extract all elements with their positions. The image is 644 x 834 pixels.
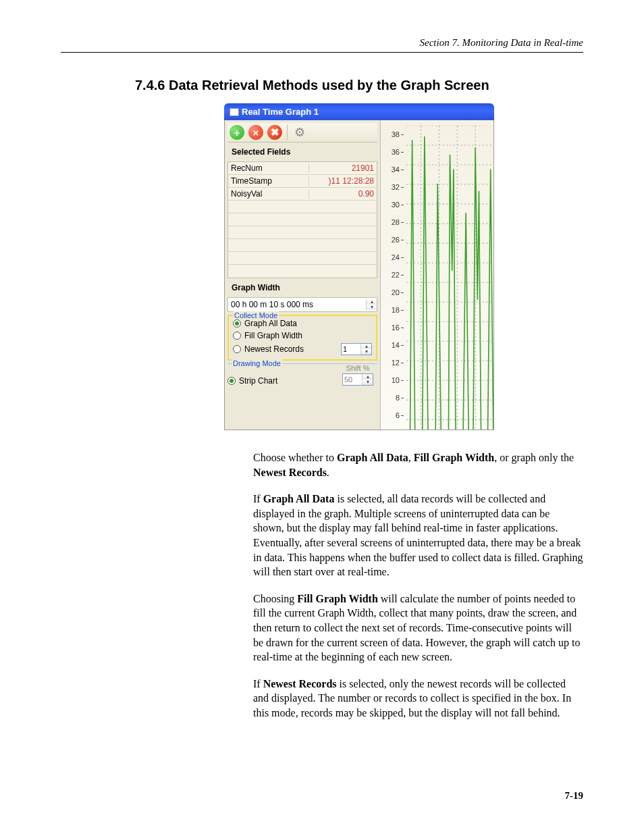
paragraph-4: If Newest Records is selected, only the … [253, 677, 583, 721]
paragraph-1: Choose whether to Graph All Data, Fill G… [253, 450, 583, 479]
add-icon[interactable]: + [229, 124, 245, 140]
radio-newest-label: Newest Records [244, 344, 304, 354]
radio-fill-width[interactable] [233, 332, 241, 340]
body-text: Choose whether to Graph All Data, Fill G… [253, 450, 583, 721]
page-header: Section 7. Monitoring Data in Real-time [61, 37, 583, 53]
paragraph-2: If Graph All Data is selected, all data … [253, 492, 583, 579]
section-heading: 7.4.6 Data Retrieval Methods used by the… [135, 78, 583, 93]
field-row[interactable]: TimeStamp)11 12:28:28 [228, 175, 377, 188]
toolbar-separator [287, 125, 288, 140]
chart-lines [406, 126, 493, 429]
collect-mode-group: Collect Mode Graph All Data Fill Graph W… [227, 315, 377, 361]
remove-icon[interactable]: × [248, 124, 264, 140]
newest-records-input[interactable]: ▴▾ [341, 343, 372, 355]
window-title: Real Time Graph 1 [242, 107, 319, 117]
app-screenshot: Real Time Graph 1 + × ✖ ⚙ Selected Field… [224, 103, 494, 430]
shift-label: Shift % [342, 364, 373, 372]
page-number: 7-19 [565, 790, 584, 802]
radio-newest[interactable] [233, 345, 241, 353]
field-row[interactable] [228, 226, 377, 239]
drawing-mode-group: Drawing Mode Shift % ▴▾ Strip Chart [227, 363, 377, 398]
field-row[interactable] [228, 265, 377, 278]
field-row[interactable]: RecNum21901 [228, 162, 377, 175]
radio-graph-all-label: Graph All Data [244, 319, 297, 328]
graph-width-header: Graph Width [227, 281, 377, 294]
settings-icon[interactable]: ⚙ [292, 124, 308, 140]
radio-graph-all[interactable] [233, 319, 241, 328]
graph-width-input[interactable]: ▴▾ [227, 297, 377, 312]
field-row[interactable] [228, 252, 377, 265]
drawing-mode-legend: Drawing Mode [232, 359, 282, 367]
radio-fill-width-label: Fill Graph Width [244, 331, 302, 340]
field-row[interactable] [228, 239, 377, 252]
selected-fields-header: Selected Fields [227, 145, 377, 159]
fields-grid: RecNum21901 TimeStamp)11 12:28:28 NoisyV… [227, 161, 377, 278]
graph-width-value[interactable] [228, 298, 366, 311]
window-titlebar[interactable]: Real Time Graph 1 [224, 103, 494, 120]
field-row[interactable]: NoisyVal0.90 [228, 188, 377, 201]
window-icon [230, 108, 239, 116]
field-row[interactable] [228, 213, 377, 226]
graph-width-spinner[interactable]: ▴▾ [366, 299, 377, 310]
shift-input[interactable]: ▴▾ [342, 373, 373, 386]
chart-area: 38 36 34 32 30 28 26 24 22 20 18 16 14 1… [380, 120, 493, 429]
radio-strip-chart-label: Strip Chart [239, 376, 277, 386]
section-label: Section 7. Monitoring Data in Real-time [420, 37, 583, 48]
paragraph-3: Choosing Fill Graph Width will calculate… [253, 592, 583, 664]
field-row[interactable] [228, 201, 377, 213]
toolbar: + × ✖ ⚙ [227, 123, 377, 142]
remove-all-icon[interactable]: ✖ [267, 124, 283, 140]
collect-mode-legend: Collect Mode [233, 311, 279, 319]
radio-strip-chart[interactable] [227, 377, 236, 385]
